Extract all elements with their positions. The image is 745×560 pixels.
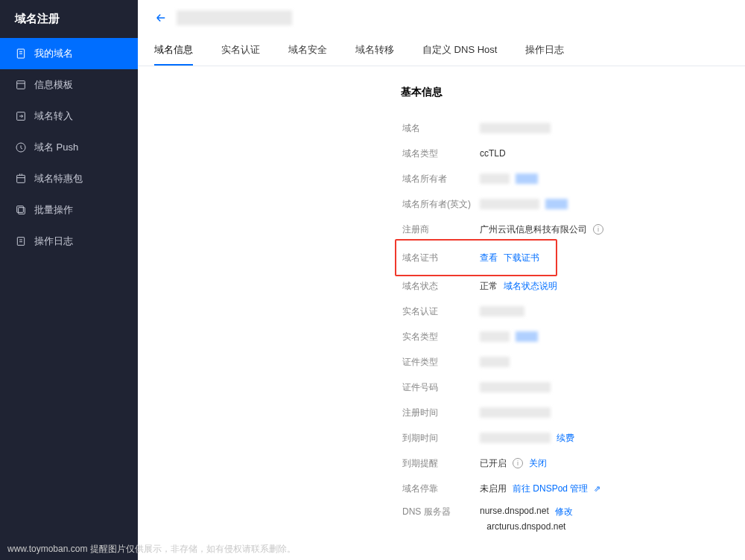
redacted-value	[480, 306, 524, 316]
sidebar-item-label: 域名特惠包	[34, 172, 83, 185]
sidebar-item-label: 批量操作	[34, 203, 73, 217]
header	[138, 0, 745, 30]
document-icon	[15, 48, 27, 60]
redacted-value	[480, 331, 510, 342]
redacted-value	[480, 407, 551, 418]
label-expire-time: 到期时间	[402, 432, 480, 445]
sidebar-item-transfer-in[interactable]: 域名转入	[0, 101, 138, 132]
row-realname-auth: 实名认证	[402, 299, 745, 324]
sidebar-item-package[interactable]: 域名特惠包	[0, 163, 138, 194]
batch-icon	[15, 204, 27, 216]
label-dns: DNS 服务器	[402, 506, 480, 518]
redacted-accent	[516, 331, 538, 342]
tab-custom-dns[interactable]: 自定义 DNS Host	[422, 37, 497, 66]
sidebar-item-label: 域名转入	[34, 109, 73, 123]
sidebar-title: 域名注册	[0, 0, 138, 38]
value-dns2: arcturus.dnspod.net	[486, 521, 565, 532]
value-dns1: nurse.dnspod.net	[480, 506, 549, 518]
main: 域名信息 实名认证 域名安全 域名转移 自定义 DNS Host 操作日志 基本…	[138, 0, 745, 560]
value-status: 正常	[480, 280, 498, 293]
content: 基本信息 域名 域名类型 ccTLD 域名所有者 域名所有者(英文) 注册商	[138, 66, 745, 560]
label-certificate: 域名证书	[402, 252, 480, 264]
label-status: 域名状态	[402, 280, 480, 293]
row-expire-remind: 到期提醒 已开启 i 关闭	[402, 451, 745, 476]
sidebar-item-batch[interactable]: 批量操作	[0, 194, 138, 226]
tabs: 域名信息 实名认证 域名安全 域名转移 自定义 DNS Host 操作日志	[138, 30, 745, 66]
row-registrar: 注册商 广州云讯信息科技有限公司 i	[402, 217, 745, 242]
sidebar: 域名注册 我的域名 信息模板 域名转入 域名 Push 域名特惠包	[0, 0, 138, 560]
row-status: 域名状态 正常 域名状态说明	[402, 273, 745, 299]
row-owner-en: 域名所有者(英文)	[402, 191, 745, 217]
tab-security[interactable]: 域名安全	[288, 37, 327, 66]
row-cert-type: 证件类型	[402, 349, 745, 375]
redacted-value	[480, 357, 510, 367]
tab-domain-info[interactable]: 域名信息	[154, 37, 193, 66]
row-dns: DNS 服务器 nurse.dnspod.net 修改 arcturus.dns…	[402, 501, 745, 532]
row-reg-time: 注册时间	[402, 400, 745, 425]
label-cert-number: 证件号码	[402, 381, 480, 394]
info-icon[interactable]: i	[513, 458, 523, 468]
sidebar-item-label: 我的域名	[34, 47, 73, 60]
label-owner-en: 域名所有者(英文)	[402, 198, 480, 211]
label-realname: 实名认证	[402, 305, 480, 318]
redacted-value	[480, 123, 551, 133]
link-renew[interactable]: 续费	[557, 432, 574, 445]
sidebar-item-label: 信息模板	[34, 78, 73, 92]
header-title-redacted	[177, 10, 292, 25]
row-certificate: 域名证书 查看 下载证书	[402, 245, 550, 270]
row-expire-time: 到期时间 续费	[402, 425, 745, 451]
template-icon	[15, 79, 27, 91]
sidebar-item-logs[interactable]: 操作日志	[0, 226, 138, 257]
redacted-value	[480, 433, 551, 443]
highlight-certificate: 域名证书 查看 下载证书	[395, 239, 557, 276]
label-registrar: 注册商	[402, 223, 480, 236]
back-arrow-icon[interactable]	[154, 11, 168, 25]
transfer-icon	[15, 110, 27, 122]
info-icon[interactable]: i	[593, 224, 603, 235]
svg-rect-12	[17, 206, 24, 213]
redacted-value	[480, 382, 551, 392]
sidebar-item-push[interactable]: 域名 Push	[0, 132, 138, 163]
label-owner: 域名所有者	[402, 173, 480, 185]
label-parking: 域名停靠	[402, 483, 480, 495]
external-link-icon: ⇗	[594, 484, 600, 494]
tab-realname[interactable]: 实名认证	[221, 37, 260, 66]
sidebar-item-label: 操作日志	[34, 235, 73, 248]
package-icon	[15, 173, 27, 185]
value-registrar: 广州云讯信息科技有限公司	[480, 223, 587, 236]
row-owner: 域名所有者	[402, 166, 745, 191]
sidebar-item-my-domains[interactable]: 我的域名	[0, 38, 138, 69]
value-domain-type: ccTLD	[480, 148, 506, 159]
value-remind: 已开启	[480, 457, 507, 470]
redacted-value	[480, 199, 539, 209]
section-title: 基本信息	[401, 86, 745, 99]
redacted-accent	[545, 199, 568, 209]
label-realname-type: 实名类型	[402, 331, 480, 343]
sidebar-item-info-template[interactable]: 信息模板	[0, 69, 138, 101]
tab-logs[interactable]: 操作日志	[525, 37, 564, 66]
row-realname-type: 实名类型	[402, 324, 745, 349]
redacted-accent	[516, 174, 538, 184]
svg-rect-7	[17, 175, 25, 182]
label-domain-type: 域名类型	[402, 147, 480, 160]
svg-rect-11	[19, 208, 25, 214]
row-domain: 域名	[402, 115, 745, 141]
svg-rect-3	[17, 81, 25, 89]
link-view-cert[interactable]: 查看	[480, 252, 498, 264]
watermark: www.toymoban.com 提醒图片仅供展示，非存储，如有侵权请联系删除。	[138, 543, 296, 556]
sidebar-nav: 我的域名 信息模板 域名转入 域名 Push 域名特惠包 批量操作	[0, 38, 138, 257]
tab-transfer[interactable]: 域名转移	[355, 37, 394, 66]
log-icon	[15, 235, 27, 247]
label-reg-time: 注册时间	[402, 407, 480, 419]
link-download-cert[interactable]: 下载证书	[504, 252, 539, 264]
link-close-remind[interactable]: 关闭	[529, 457, 547, 470]
label-remind: 到期提醒	[402, 457, 480, 470]
link-status-info[interactable]: 域名状态说明	[504, 280, 557, 293]
redacted-value	[480, 174, 510, 184]
value-parking: 未启用	[480, 483, 507, 495]
link-dnspod[interactable]: 前往 DNSPod 管理	[513, 483, 588, 495]
link-modify-dns[interactable]: 修改	[555, 506, 573, 518]
sidebar-item-label: 域名 Push	[34, 141, 78, 154]
row-domain-type: 域名类型 ccTLD	[402, 141, 745, 166]
row-parking: 域名停靠 未启用 前往 DNSPod 管理 ⇗	[402, 476, 745, 501]
